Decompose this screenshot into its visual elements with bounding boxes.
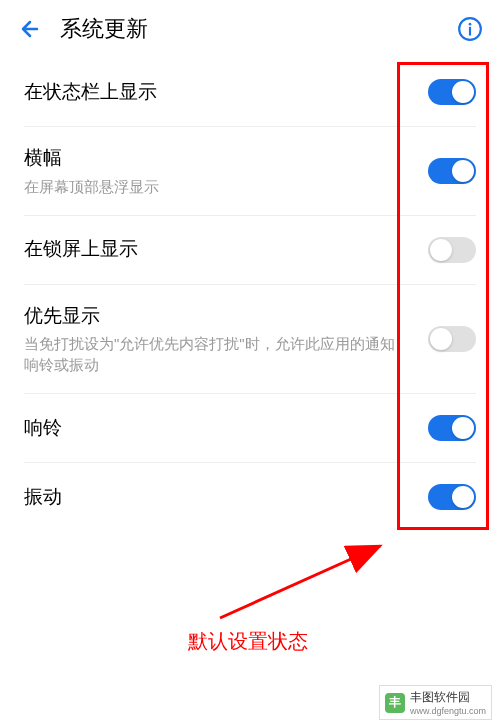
annotation-text: 默认设置状态 — [188, 628, 308, 655]
annotation-arrow — [205, 538, 405, 642]
svg-point-1 — [469, 23, 472, 26]
setting-desc: 当免打扰设为"允许优先内容打扰"时，允许此应用的通知响铃或振动 — [24, 333, 408, 375]
setting-vibrate: 振动 — [0, 463, 500, 531]
setting-text: 优先显示 当免打扰设为"允许优先内容打扰"时，允许此应用的通知响铃或振动 — [24, 303, 428, 376]
toggle-status-bar[interactable] — [428, 79, 476, 105]
setting-label: 响铃 — [24, 415, 408, 442]
svg-line-4 — [220, 546, 380, 618]
header: 系统更新 — [0, 0, 500, 58]
setting-label: 在锁屏上显示 — [24, 236, 408, 263]
setting-text: 响铃 — [24, 415, 428, 442]
setting-label: 振动 — [24, 484, 408, 511]
back-icon[interactable] — [16, 15, 44, 43]
watermark: 丰 丰图软件园 www.dgfengtu.com — [379, 685, 492, 720]
setting-text: 在状态栏上显示 — [24, 79, 428, 106]
setting-lockscreen: 在锁屏上显示 — [0, 216, 500, 284]
toggle-priority[interactable] — [428, 326, 476, 352]
setting-status-bar: 在状态栏上显示 — [0, 58, 500, 126]
setting-label: 在状态栏上显示 — [24, 79, 408, 106]
toggle-vibrate[interactable] — [428, 484, 476, 510]
setting-text: 横幅 在屏幕顶部悬浮显示 — [24, 145, 428, 197]
setting-label: 优先显示 — [24, 303, 408, 330]
watermark-url: www.dgfengtu.com — [410, 706, 486, 716]
setting-ring: 响铃 — [0, 394, 500, 462]
toggle-ring[interactable] — [428, 415, 476, 441]
svg-rect-2 — [469, 27, 471, 36]
setting-text: 在锁屏上显示 — [24, 236, 428, 263]
setting-priority: 优先显示 当免打扰设为"允许优先内容打扰"时，允许此应用的通知响铃或振动 — [0, 285, 500, 394]
info-icon[interactable] — [456, 15, 484, 43]
setting-banner: 横幅 在屏幕顶部悬浮显示 — [0, 127, 500, 215]
page-title: 系统更新 — [60, 14, 456, 44]
toggle-banner[interactable] — [428, 158, 476, 184]
setting-label: 横幅 — [24, 145, 408, 172]
setting-text: 振动 — [24, 484, 428, 511]
watermark-logo-icon: 丰 — [385, 693, 405, 713]
watermark-title: 丰图软件园 — [410, 689, 486, 706]
toggle-lockscreen[interactable] — [428, 237, 476, 263]
settings-list: 在状态栏上显示 横幅 在屏幕顶部悬浮显示 在锁屏上显示 优先显示 当免打扰设为"… — [0, 58, 500, 531]
setting-desc: 在屏幕顶部悬浮显示 — [24, 176, 408, 197]
